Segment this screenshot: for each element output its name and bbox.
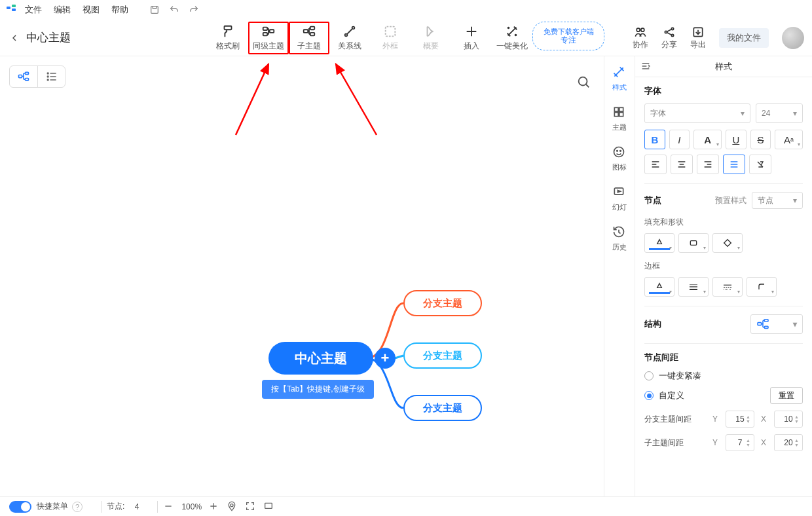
quick-menu-label: 快捷菜单	[37, 501, 68, 512]
quick-menu-toggle[interactable]	[9, 501, 31, 513]
sidenav-style[interactable]: 样式	[605, 62, 634, 98]
branch-topic-node[interactable]: 分支主题	[403, 395, 482, 421]
svg-rect-48	[764, 326, 768, 328]
format-painter-label: 格式刷	[216, 41, 240, 52]
collab-label: 协作	[633, 39, 648, 50]
diamond-shape-button[interactable]: ▾	[712, 233, 743, 253]
format-painter-button[interactable]: 格式刷	[208, 22, 248, 54]
sidenav-icon-label: 图标	[612, 162, 627, 172]
sidenav-theme[interactable]: 主题	[605, 101, 634, 138]
svg-point-49	[231, 504, 233, 506]
panel-collapse-button[interactable]	[640, 61, 652, 73]
child-x-input[interactable]: 20▲▼	[774, 434, 803, 451]
summary-button[interactable]: 概要	[411, 22, 451, 54]
menu-view[interactable]: 视图	[83, 4, 100, 16]
font-size-select[interactable]: 24▾	[756, 103, 803, 123]
summary-icon	[423, 24, 439, 39]
document-title: 中心主题	[26, 30, 71, 45]
sidenav-slide[interactable]: 幻灯	[605, 181, 634, 217]
center-topic-node[interactable]: 中心主题	[268, 342, 373, 375]
branch-y-input[interactable]: 15▲▼	[726, 411, 754, 428]
locate-button[interactable]	[227, 501, 238, 513]
menu-edit[interactable]: 编辑	[54, 4, 71, 16]
same-level-icon	[261, 24, 276, 39]
branch-spacing-label: 分支主题间距	[644, 414, 706, 425]
back-button[interactable]	[8, 31, 21, 45]
canvas[interactable]: 中心主题 + 分支主题 分支主题 分支主题 按【Tab】快捷键,创建子级	[0, 56, 604, 496]
bold-button[interactable]: B	[644, 130, 665, 149]
align-justify-button[interactable]	[723, 155, 745, 174]
svg-rect-10	[310, 33, 314, 36]
preset-select[interactable]: 节点▾	[752, 192, 803, 209]
zoom-in-button[interactable]	[208, 501, 220, 513]
spacing-title: 节点间距	[644, 352, 803, 363]
border-width-button[interactable]: ▾	[678, 277, 709, 297]
presentation-icon	[263, 501, 274, 511]
my-files-button[interactable]: 我的文件	[719, 28, 769, 48]
underline-button[interactable]: U	[726, 130, 747, 149]
presentation-button[interactable]	[263, 501, 275, 513]
focus-label: 专注	[561, 36, 576, 45]
child-y-input[interactable]: 7▲▼	[726, 434, 754, 451]
collab-button[interactable]: 协作	[633, 25, 648, 50]
svg-point-15	[515, 35, 517, 36]
branch-topic-node[interactable]: 分支主题	[403, 342, 482, 369]
custom-radio-row[interactable]: 自定义 重置	[644, 387, 803, 404]
reset-spacing-button[interactable]: 重置	[770, 387, 803, 404]
menu-file[interactable]: 文件	[25, 4, 42, 16]
compact-radio-row[interactable]: 一键变紧凑	[644, 370, 803, 382]
branch-topic-node[interactable]: 分支主题	[403, 290, 482, 316]
sidenav-icon[interactable]: 图标	[605, 141, 634, 177]
share-label: 分享	[661, 39, 677, 50]
save-icon[interactable]	[149, 5, 160, 15]
shape-button[interactable]: ▾	[678, 233, 709, 253]
frame-button[interactable]: 外框	[370, 22, 411, 54]
add-child-button[interactable]: +	[375, 348, 396, 369]
radio-compact[interactable]	[644, 371, 654, 380]
share-button[interactable]: 分享	[661, 25, 677, 50]
sidenav-theme-label: 主题	[612, 122, 627, 132]
fullscreen-button[interactable]	[245, 501, 257, 513]
user-avatar[interactable]	[782, 27, 804, 49]
undo-icon[interactable]	[169, 5, 179, 15]
svg-point-11	[345, 34, 348, 37]
download-client-promo[interactable]: 免费下载客户端 专注	[532, 22, 604, 50]
zoom-value: 100%	[181, 502, 202, 511]
align-left-button[interactable]	[644, 155, 667, 174]
beautify-button[interactable]: 一键美化	[492, 22, 532, 54]
font-color-button[interactable]: A▾	[693, 130, 722, 149]
align-right-icon	[703, 159, 713, 170]
italic-button[interactable]: I	[669, 130, 690, 149]
strikethrough-button[interactable]: S	[750, 130, 771, 149]
export-button[interactable]: 导出	[690, 25, 706, 50]
menu-help[interactable]: 帮助	[111, 4, 128, 16]
export-icon	[691, 25, 705, 39]
same-level-topic-button[interactable]: 同级主题	[248, 22, 289, 54]
font-family-select[interactable]: 字体▾	[644, 103, 750, 123]
relation-button[interactable]: 关系线	[329, 22, 370, 54]
child-topic-button[interactable]: 子主题	[289, 22, 329, 54]
fill-color-button[interactable]: ▾	[644, 233, 674, 253]
sidenav-history[interactable]: 历史	[605, 221, 634, 257]
border-label: 边框	[644, 261, 803, 272]
history-icon	[612, 225, 627, 240]
border-color-button[interactable]: ▾	[644, 277, 674, 297]
align-center-button[interactable]	[671, 155, 693, 174]
text-case-button[interactable]: Aa▾	[775, 130, 803, 149]
clear-format-button[interactable]	[749, 155, 771, 174]
border-style-button[interactable]: ▾	[712, 277, 743, 297]
align-right-button[interactable]	[697, 155, 719, 174]
zoom-out-button[interactable]	[163, 501, 175, 513]
help-icon[interactable]: ?	[72, 502, 83, 512]
svg-point-17	[641, 28, 644, 31]
radio-custom[interactable]	[644, 391, 654, 400]
structure-select[interactable]: ▾	[750, 314, 803, 334]
svg-point-20	[671, 34, 673, 36]
corner-radius-button[interactable]: ▾	[747, 277, 777, 297]
plus-icon	[208, 501, 219, 511]
collapse-icon	[640, 61, 651, 71]
branch-x-input[interactable]: 10▲▼	[774, 411, 803, 428]
redo-icon[interactable]	[189, 5, 199, 15]
insert-button[interactable]: 插入	[451, 22, 492, 54]
chevron-left-icon	[9, 33, 20, 43]
